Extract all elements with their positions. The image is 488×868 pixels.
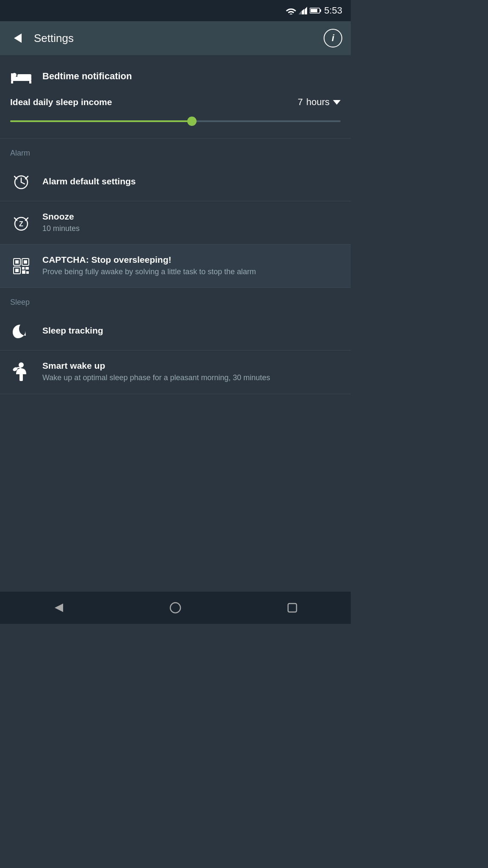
svg-marker-1: [302, 9, 304, 14]
sleep-income-label: Ideal daily sleep income: [10, 97, 112, 107]
bedtime-notification-label: Bedtime notification: [42, 71, 132, 82]
sleep-tracking-text: Sleep tracking: [42, 326, 341, 336]
back-arrow-icon: [14, 33, 22, 43]
captcha-text: CAPTCHA: Stop oversleeping! Prove being …: [42, 255, 341, 277]
battery-icon: [310, 7, 322, 14]
tree-person-icon: [10, 362, 32, 383]
snooze-item[interactable]: Z Snooze 10 minutes: [0, 201, 351, 245]
smart-wakeup-text: Smart wake up Wake up at optimal sleep p…: [42, 361, 341, 383]
snooze-text: Snooze 10 minutes: [42, 211, 341, 234]
svg-rect-7: [11, 81, 13, 83]
sleep-income-hours: 7: [298, 97, 303, 108]
wifi-icon: [286, 7, 296, 14]
bed-icon: [10, 68, 32, 85]
nav-back-button[interactable]: [46, 595, 71, 620]
smart-wakeup-subtitle: Wake up at optimal sleep phase for a ple…: [42, 373, 341, 383]
status-time: 5:53: [324, 5, 342, 16]
svg-marker-34: [55, 604, 63, 612]
info-button[interactable]: i: [324, 29, 342, 47]
sleep-section-label: Sleep: [0, 288, 351, 311]
alarm-default-text: Alarm default settings: [42, 176, 341, 186]
svg-rect-26: [15, 269, 19, 272]
svg-rect-29: [22, 270, 25, 274]
bedtime-notification-row[interactable]: Bedtime notification: [10, 68, 341, 85]
qr-code-icon: [10, 257, 32, 275]
nav-recent-button[interactable]: [280, 595, 305, 620]
dropdown-arrow-icon: [333, 100, 341, 105]
snooze-title: Snooze: [42, 211, 341, 222]
svg-marker-0: [305, 7, 307, 14]
signal-icon: [299, 7, 307, 14]
slider-track: [10, 120, 341, 122]
bedtime-section: Bedtime notification Ideal daily sleep i…: [0, 55, 351, 139]
status-bar: 5:53: [0, 0, 351, 21]
page-title: Settings: [34, 32, 324, 45]
svg-rect-5: [311, 9, 317, 12]
alarm-clock-icon: [10, 172, 32, 191]
slider-thumb[interactable]: [187, 117, 197, 126]
alarm-section-label: Alarm: [0, 139, 351, 162]
status-icons: 5:53: [286, 5, 342, 16]
slider-fill: [10, 120, 192, 122]
svg-rect-27: [22, 267, 25, 270]
info-icon: i: [332, 33, 334, 44]
smart-wakeup-title: Smart wake up: [42, 361, 341, 371]
captcha-subtitle: Prove being fully awake by solving a lit…: [42, 267, 341, 277]
svg-rect-32: [19, 373, 23, 381]
svg-point-11: [12, 73, 17, 77]
svg-rect-30: [26, 271, 29, 274]
bottom-navigation: [0, 592, 351, 624]
back-button[interactable]: [8, 29, 27, 47]
alarm-default-item[interactable]: Alarm default settings: [0, 162, 351, 201]
captcha-item[interactable]: CAPTCHA: Stop oversleeping! Prove being …: [0, 245, 351, 288]
svg-point-35: [170, 603, 180, 613]
svg-marker-2: [299, 11, 301, 14]
svg-rect-28: [25, 267, 29, 270]
svg-point-31: [19, 362, 24, 367]
svg-rect-36: [288, 604, 297, 612]
svg-rect-22: [15, 260, 19, 264]
captcha-title: CAPTCHA: Stop oversleeping!: [42, 255, 341, 265]
svg-text:Z: Z: [19, 220, 23, 228]
snooze-icon: Z: [10, 214, 32, 232]
svg-rect-8: [29, 81, 31, 83]
svg-rect-4: [320, 9, 321, 12]
sleep-income-row: Ideal daily sleep income 7 hours: [10, 97, 341, 108]
snooze-subtitle: 10 minutes: [42, 223, 341, 234]
sleep-income-dropdown[interactable]: 7 hours: [298, 97, 341, 108]
nav-home-button[interactable]: [163, 595, 188, 620]
sleep-slider[interactable]: [10, 117, 341, 125]
alarm-default-title: Alarm default settings: [42, 176, 341, 186]
svg-rect-24: [24, 260, 27, 264]
sleep-tracking-item[interactable]: Sleep tracking: [0, 311, 351, 351]
smart-wakeup-item[interactable]: Smart wake up Wake up at optimal sleep p…: [0, 351, 351, 394]
svg-rect-10: [17, 74, 31, 78]
svg-line-14: [21, 182, 25, 184]
top-bar: Settings i: [0, 21, 351, 55]
sleep-income-unit: hours: [306, 97, 330, 108]
sleep-tracking-title: Sleep tracking: [42, 326, 341, 336]
moon-icon: [10, 321, 32, 340]
